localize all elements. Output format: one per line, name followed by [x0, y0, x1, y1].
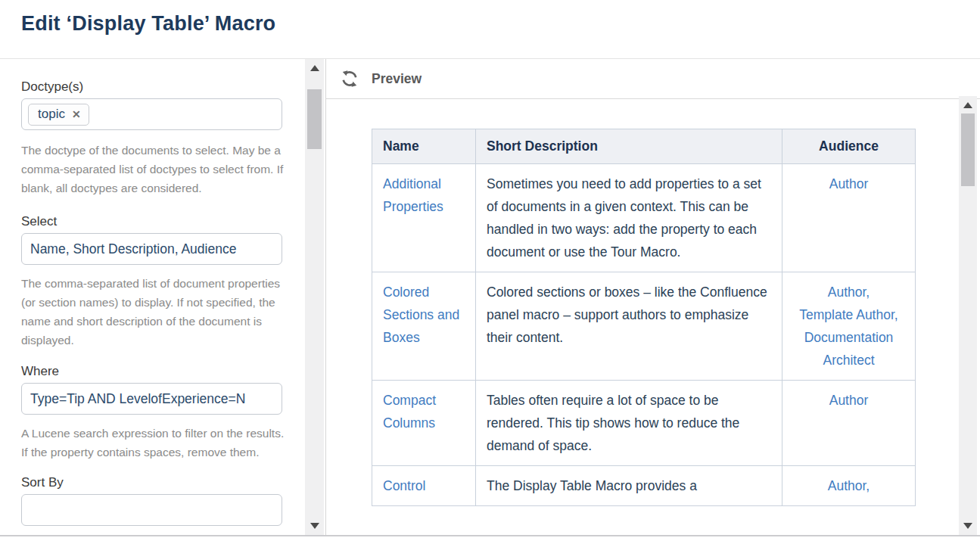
- sort-by-input[interactable]: [21, 494, 282, 526]
- name-cell: Control: [372, 466, 476, 506]
- preview-scrollbar[interactable]: [959, 96, 977, 535]
- macro-parameters-panel: Doctype(s) topic ✕ The doctype of the do…: [0, 59, 305, 535]
- scrollbar-thumb[interactable]: [307, 89, 322, 149]
- preview-header: Preview: [326, 59, 980, 99]
- preview-table-body: Additional PropertiesSometimes you need …: [372, 164, 916, 506]
- scroll-up-icon[interactable]: [963, 102, 972, 108]
- audience-link[interactable]: Author,: [793, 281, 904, 303]
- where-input[interactable]: [21, 383, 282, 415]
- audience-link[interactable]: Author,: [793, 474, 904, 497]
- doctype-tag-label: topic: [38, 107, 65, 122]
- table-row: Colored Sections and BoxesColored sectio…: [372, 272, 916, 381]
- scroll-down-icon[interactable]: [963, 523, 972, 529]
- page-title: Edit ‘Display Table’ Macro: [21, 12, 275, 36]
- table-header-row: NameShort DescriptionAudience: [372, 129, 916, 164]
- select-help-text: The comma-separated list of document pro…: [21, 274, 288, 350]
- description-cell: Colored sections or boxes – like the Con…: [476, 272, 782, 381]
- preview-panel: Preview NameShort DescriptionAudience Ad…: [325, 59, 980, 535]
- table-row: Compact ColumnsTables often require a lo…: [372, 381, 916, 466]
- scroll-up-icon[interactable]: [310, 65, 319, 71]
- column-header: Audience: [782, 129, 916, 164]
- audience-link[interactable]: Author: [793, 389, 904, 412]
- description-cell: The Display Table Macro provides a: [476, 466, 782, 506]
- where-help-text: A Lucene search expression to filter on …: [21, 424, 288, 462]
- select-label: Select: [21, 213, 305, 230]
- preview-content: NameShort DescriptionAudience Additional…: [326, 99, 980, 534]
- document-link[interactable]: Compact Columns: [383, 393, 436, 431]
- dialog-titlebar: Edit ‘Display Table’ Macro: [0, 0, 980, 59]
- doctypes-input[interactable]: topic ✕: [21, 98, 282, 130]
- audience-cell: Author,: [782, 466, 916, 506]
- refresh-preview-button[interactable]: [341, 70, 359, 88]
- audience-link[interactable]: Template Author,: [793, 303, 904, 326]
- audience-cell: Author,Template Author,Documentation Arc…: [782, 272, 916, 381]
- form-panel-scrollbar[interactable]: [305, 59, 324, 535]
- dialog-bottom-edge: [0, 535, 980, 541]
- description-cell: Sometimes you need to add properties to …: [476, 164, 782, 272]
- preview-title: Preview: [372, 71, 422, 87]
- column-header: Short Description: [476, 129, 782, 164]
- where-label: Where: [21, 362, 305, 380]
- name-cell: Colored Sections and Boxes: [372, 272, 476, 381]
- document-link[interactable]: Control: [383, 478, 425, 493]
- table-row: Additional PropertiesSometimes you need …: [372, 164, 916, 272]
- remove-tag-icon[interactable]: ✕: [72, 109, 81, 120]
- doctypes-help-text: The doctype of the documents to select. …: [21, 141, 288, 197]
- name-cell: Additional Properties: [372, 164, 476, 272]
- name-cell: Compact Columns: [372, 381, 476, 466]
- scroll-down-icon[interactable]: [310, 523, 319, 529]
- column-header: Name: [372, 129, 476, 164]
- sort-by-label: Sort By: [21, 474, 305, 491]
- document-link[interactable]: Colored Sections and Boxes: [383, 284, 459, 345]
- table-row: ControlThe Display Table Macro provides …: [372, 466, 916, 506]
- document-link[interactable]: Additional Properties: [383, 176, 443, 214]
- audience-link[interactable]: Author: [793, 173, 904, 195]
- scrollbar-thumb[interactable]: [961, 113, 975, 186]
- preview-table: NameShort DescriptionAudience Additional…: [372, 129, 916, 506]
- description-cell: Tables often require a lot of space to b…: [476, 381, 782, 466]
- doctypes-label: Doctype(s): [21, 78, 305, 95]
- refresh-icon: [341, 70, 359, 88]
- doctype-tag: topic ✕: [28, 104, 89, 126]
- audience-cell: Author: [782, 164, 916, 272]
- audience-cell: Author: [782, 381, 916, 466]
- audience-link[interactable]: Documentation Architect: [793, 326, 904, 372]
- select-input[interactable]: [21, 233, 282, 265]
